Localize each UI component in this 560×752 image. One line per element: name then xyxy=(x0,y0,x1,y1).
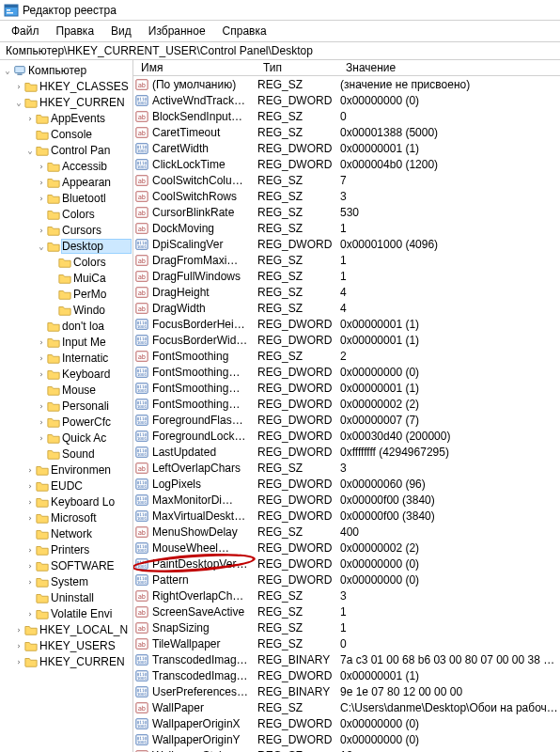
value-row[interactable]: FocusBorderWid…REG_DWORD0x00000001 (1) xyxy=(133,332,560,348)
value-row[interactable]: (По умолчанию)REG_SZ(значение не присвое… xyxy=(133,76,560,92)
expand-icon[interactable]: › xyxy=(36,432,47,444)
tree-item[interactable]: ›SOFTWARE xyxy=(2,557,132,573)
value-row[interactable]: WallpaperOriginYREG_DWORD0x00000000 (0) xyxy=(133,731,560,747)
tree-item[interactable]: don't loa xyxy=(2,318,132,334)
value-row[interactable]: MaxVirtualDeskt…REG_DWORD0x00000f00 (384… xyxy=(133,508,560,524)
tree-item[interactable]: ›Volatile Envi xyxy=(2,605,132,621)
value-row[interactable]: FocusBorderHei…REG_DWORD0x00000001 (1) xyxy=(133,316,560,332)
value-row[interactable]: ClickLockTimeREG_DWORD0x000004b0 (1200) xyxy=(133,156,560,172)
expand-icon[interactable]: › xyxy=(24,576,36,588)
tree-item[interactable]: ›Environmen xyxy=(2,462,132,478)
expand-icon[interactable]: › xyxy=(36,177,47,188)
expand-icon[interactable]: › xyxy=(13,624,24,635)
value-row[interactable]: PatternREG_DWORD0x00000000 (0) xyxy=(133,572,560,588)
tree-item[interactable]: ›Cursors xyxy=(2,222,132,238)
tree-item[interactable]: Network xyxy=(2,525,132,541)
tree-item[interactable]: ›Accessib xyxy=(2,158,132,174)
tree-item[interactable]: ›Quick Ac xyxy=(2,430,132,446)
expand-icon[interactable]: › xyxy=(24,464,36,476)
col-value[interactable]: Значение xyxy=(340,60,560,75)
value-row[interactable]: LeftOverlapCharsREG_SZ3 xyxy=(133,460,560,476)
value-list[interactable]: Имя Тип Значение (По умолчанию)REG_SZ(зн… xyxy=(133,60,560,752)
expand-icon[interactable] xyxy=(36,209,47,220)
expand-icon[interactable] xyxy=(47,305,58,316)
value-row[interactable]: CaretWidthREG_DWORD0x00000001 (1) xyxy=(133,140,560,156)
value-row[interactable]: RightOverlapCh…REG_SZ3 xyxy=(133,588,560,603)
tree-item[interactable]: ›Personali xyxy=(2,398,132,414)
col-type[interactable]: Тип xyxy=(257,60,340,75)
value-row[interactable]: DragHeightREG_SZ4 xyxy=(133,284,560,300)
value-row[interactable]: FontSmoothingREG_SZ2 xyxy=(133,348,560,364)
tree-item[interactable]: ›HKEY_USERS xyxy=(2,637,132,653)
tree-item[interactable]: MuiCa xyxy=(2,270,132,286)
expand-icon[interactable]: › xyxy=(36,193,47,204)
menu-item[interactable]: Вид xyxy=(103,23,139,39)
tree-item[interactable]: ›HKEY_CLASSES xyxy=(2,78,132,94)
menu-item[interactable]: Правка xyxy=(49,23,102,39)
expand-icon[interactable]: ⌄ xyxy=(2,65,13,76)
value-row[interactable]: DragFromMaxi…REG_SZ1 xyxy=(133,252,560,268)
tree-item[interactable]: PerMo xyxy=(2,286,132,302)
expand-icon[interactable]: › xyxy=(36,337,47,348)
col-name[interactable]: Имя xyxy=(135,60,257,75)
value-row[interactable]: MaxMonitorDi…REG_DWORD0x00000f00 (3840) xyxy=(133,492,560,508)
expand-icon[interactable] xyxy=(47,289,58,300)
expand-icon[interactable] xyxy=(24,129,36,140)
value-row[interactable]: TileWallpaperREG_SZ0 xyxy=(133,635,560,651)
expand-icon[interactable] xyxy=(24,592,36,603)
expand-icon[interactable]: ⌄ xyxy=(24,145,36,156)
value-row[interactable]: DockMovingREG_SZ1 xyxy=(133,220,560,236)
tree-item[interactable]: Sound xyxy=(2,446,132,462)
menu-item[interactable]: Избранное xyxy=(141,23,213,39)
value-row[interactable]: CoolSwitchRowsREG_SZ3 xyxy=(133,188,560,204)
tree-item[interactable]: Colors xyxy=(2,206,132,222)
tree-item[interactable]: ⌄HKEY_CURREN xyxy=(2,94,132,110)
expand-icon[interactable]: › xyxy=(24,560,36,572)
value-row[interactable]: BlockSendInput…REG_SZ0 xyxy=(133,108,560,124)
tree-item[interactable]: Console xyxy=(2,126,132,142)
expand-icon[interactable] xyxy=(47,273,58,284)
value-row[interactable]: CursorBlinkRateREG_SZ530 xyxy=(133,204,560,220)
expand-icon[interactable]: › xyxy=(24,496,36,508)
tree-item[interactable]: ›Microsoft xyxy=(2,509,132,525)
expand-icon[interactable]: › xyxy=(24,512,36,524)
value-row[interactable]: TranscodedImag…REG_DWORD0x00000001 (1) xyxy=(133,667,560,683)
tree-item[interactable]: ›Input Me xyxy=(2,334,132,350)
value-row[interactable]: WallPaperREG_SZC:\Users\danme\Desktop\Об… xyxy=(133,699,560,715)
registry-tree[interactable]: ⌄Компьютер›HKEY_CLASSES⌄HKEY_CURREN›AppE… xyxy=(0,60,133,752)
value-row[interactable]: WallpaperOriginXREG_DWORD0x00000000 (0) xyxy=(133,715,560,731)
value-row[interactable]: LogPixelsREG_DWORD0x00000060 (96) xyxy=(133,476,560,492)
value-row[interactable]: CoolSwitchColu…REG_SZ7 xyxy=(133,172,560,188)
expand-icon[interactable] xyxy=(36,321,47,332)
address-bar[interactable]: Компьютер\HKEY_CURRENT_USER\Control Pane… xyxy=(0,42,560,60)
tree-item[interactable]: Mouse xyxy=(2,382,132,398)
tree-item[interactable]: ›AppEvents xyxy=(2,110,132,126)
expand-icon[interactable] xyxy=(36,448,47,460)
expand-icon[interactable]: › xyxy=(24,480,36,492)
tree-item[interactable]: ⌄Desktop xyxy=(2,238,132,254)
tree-item[interactable]: ›HKEY_LOCAL_N xyxy=(2,621,132,637)
tree-item[interactable]: ›Appearan xyxy=(2,174,132,190)
tree-item[interactable]: ›Keyboard Lo xyxy=(2,494,132,509)
value-row[interactable]: ForegroundLock…REG_DWORD0x00030d40 (2000… xyxy=(133,428,560,444)
tree-item[interactable]: ›Bluetootl xyxy=(2,190,132,206)
tree-item[interactable]: ›PowerCfc xyxy=(2,414,132,430)
expand-icon[interactable]: › xyxy=(24,113,36,124)
expand-icon[interactable]: › xyxy=(13,640,24,651)
tree-item[interactable]: ⌄Компьютер xyxy=(2,62,132,78)
value-row[interactable]: DragFullWindowsREG_SZ1 xyxy=(133,268,560,284)
expand-icon[interactable]: › xyxy=(13,656,24,667)
value-row[interactable]: FontSmoothing…REG_DWORD0x00000001 (1) xyxy=(133,380,560,396)
expand-icon[interactable]: › xyxy=(36,400,47,412)
value-row[interactable]: ScreenSaveActiveREG_SZ1 xyxy=(133,603,560,619)
tree-item[interactable]: ›Internatic xyxy=(2,350,132,366)
expand-icon[interactable]: › xyxy=(13,81,24,92)
value-row[interactable]: MouseWheel…REG_DWORD0x00000002 (2) xyxy=(133,540,560,556)
value-row[interactable]: TranscodedImag…REG_BINARY7a c3 01 00 68 … xyxy=(133,651,560,667)
expand-icon[interactable]: › xyxy=(36,368,47,380)
tree-item[interactable]: Windo xyxy=(2,302,132,318)
value-row[interactable]: DragWidthREG_SZ4 xyxy=(133,300,560,316)
value-row[interactable]: DpiScalingVerREG_DWORD0x00001000 (4096) xyxy=(133,236,560,252)
value-row[interactable]: FontSmoothing…REG_DWORD0x00000000 (0) xyxy=(133,364,560,380)
expand-icon[interactable] xyxy=(36,384,47,396)
